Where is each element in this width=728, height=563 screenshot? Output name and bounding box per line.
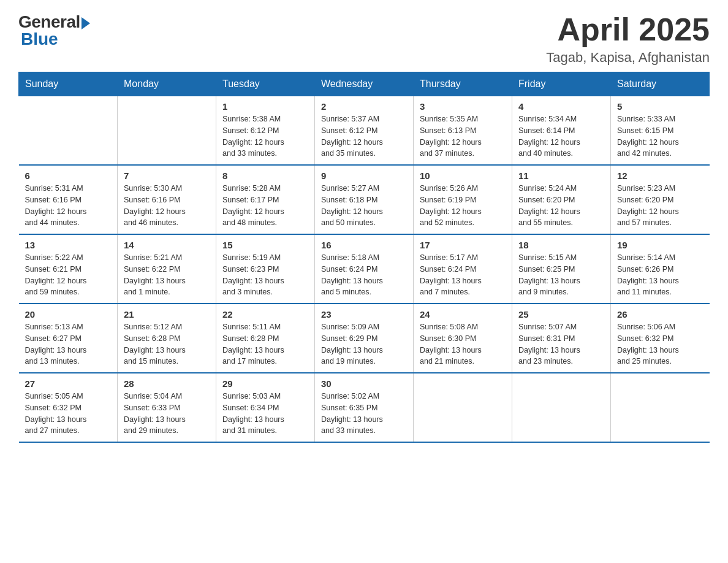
day-detail: Sunrise: 5:02 AMSunset: 6:35 PMDaylight:… [321,391,407,437]
day-number: 25 [518,309,604,320]
day-number: 17 [420,240,506,250]
day-detail: Sunrise: 5:19 AMSunset: 6:23 PMDaylight:… [222,252,308,298]
day-detail: Sunrise: 5:05 AMSunset: 6:32 PMDaylight:… [25,391,112,437]
week-row-5: 27Sunrise: 5:05 AMSunset: 6:32 PMDayligh… [19,373,710,442]
week-row-3: 13Sunrise: 5:22 AMSunset: 6:21 PMDayligh… [19,234,710,304]
day-detail: Sunrise: 5:23 AMSunset: 6:20 PMDaylight:… [617,183,703,229]
day-number: 1 [222,101,308,112]
calendar-cell: 19Sunrise: 5:14 AMSunset: 6:26 PMDayligh… [611,234,710,304]
calendar-cell: 7Sunrise: 5:30 AMSunset: 6:16 PMDaylight… [118,165,216,234]
day-number: 12 [617,170,703,181]
title-block: April 2025 Tagab, Kapisa, Afghanistan [546,12,710,66]
month-title: April 2025 [546,12,710,47]
calendar-body: 1Sunrise: 5:38 AMSunset: 6:12 PMDaylight… [19,96,710,443]
calendar-cell: 26Sunrise: 5:06 AMSunset: 6:32 PMDayligh… [611,304,710,373]
calendar-cell: 20Sunrise: 5:13 AMSunset: 6:27 PMDayligh… [19,304,118,373]
day-detail: Sunrise: 5:31 AMSunset: 6:16 PMDaylight:… [25,183,112,229]
calendar-cell: 23Sunrise: 5:09 AMSunset: 6:29 PMDayligh… [315,304,414,373]
calendar-cell [19,96,118,166]
day-number: 28 [124,378,210,389]
logo-blue-text: Blue [21,29,58,49]
header-friday: Friday [512,72,611,96]
day-detail: Sunrise: 5:17 AMSunset: 6:24 PMDaylight:… [420,252,506,298]
day-number: 19 [617,240,703,250]
calendar-cell: 4Sunrise: 5:34 AMSunset: 6:14 PMDaylight… [512,96,611,166]
day-detail: Sunrise: 5:37 AMSunset: 6:12 PMDaylight:… [321,113,407,159]
day-number: 11 [518,170,604,181]
day-number: 22 [222,309,308,320]
day-number: 20 [25,309,112,320]
header-monday: Monday [118,72,216,96]
day-number: 10 [420,170,506,181]
day-number: 9 [321,170,407,181]
calendar-cell [414,373,512,442]
week-row-1: 1Sunrise: 5:38 AMSunset: 6:12 PMDaylight… [19,96,710,166]
calendar-cell: 12Sunrise: 5:23 AMSunset: 6:20 PMDayligh… [611,165,710,234]
day-number: 7 [124,170,210,181]
calendar-cell: 29Sunrise: 5:03 AMSunset: 6:34 PMDayligh… [216,373,315,442]
header-tuesday: Tuesday [216,72,315,96]
day-number: 29 [222,378,308,389]
day-number: 27 [25,378,112,389]
calendar-cell: 8Sunrise: 5:28 AMSunset: 6:17 PMDaylight… [216,165,315,234]
week-row-2: 6Sunrise: 5:31 AMSunset: 6:16 PMDaylight… [19,165,710,234]
header-wednesday: Wednesday [315,72,414,96]
day-number: 15 [222,240,308,250]
day-detail: Sunrise: 5:15 AMSunset: 6:25 PMDaylight:… [518,252,604,298]
calendar-header: SundayMondayTuesdayWednesdayThursdayFrid… [19,72,710,96]
calendar-cell: 9Sunrise: 5:27 AMSunset: 6:18 PMDaylight… [315,165,414,234]
week-row-4: 20Sunrise: 5:13 AMSunset: 6:27 PMDayligh… [19,304,710,373]
day-detail: Sunrise: 5:22 AMSunset: 6:21 PMDaylight:… [25,252,112,298]
day-number: 8 [222,170,308,181]
page-header: General Blue April 2025 Tagab, Kapisa, A… [18,12,710,66]
day-detail: Sunrise: 5:04 AMSunset: 6:33 PMDaylight:… [124,391,210,437]
day-detail: Sunrise: 5:30 AMSunset: 6:16 PMDaylight:… [124,183,210,229]
header-thursday: Thursday [414,72,512,96]
day-detail: Sunrise: 5:11 AMSunset: 6:28 PMDaylight:… [222,321,308,367]
calendar-table: SundayMondayTuesdayWednesdayThursdayFrid… [18,72,710,443]
calendar-cell: 18Sunrise: 5:15 AMSunset: 6:25 PMDayligh… [512,234,611,304]
day-number: 30 [321,378,407,389]
calendar-cell: 22Sunrise: 5:11 AMSunset: 6:28 PMDayligh… [216,304,315,373]
logo-arrow-icon [82,17,90,29]
calendar-cell: 28Sunrise: 5:04 AMSunset: 6:33 PMDayligh… [118,373,216,442]
header-row: SundayMondayTuesdayWednesdayThursdayFrid… [19,72,710,96]
day-detail: Sunrise: 5:27 AMSunset: 6:18 PMDaylight:… [321,183,407,229]
location-title: Tagab, Kapisa, Afghanistan [546,50,710,66]
day-detail: Sunrise: 5:12 AMSunset: 6:28 PMDaylight:… [124,321,210,367]
day-detail: Sunrise: 5:35 AMSunset: 6:13 PMDaylight:… [420,113,506,159]
calendar-cell: 27Sunrise: 5:05 AMSunset: 6:32 PMDayligh… [19,373,118,442]
day-detail: Sunrise: 5:08 AMSunset: 6:30 PMDaylight:… [420,321,506,367]
calendar-cell: 13Sunrise: 5:22 AMSunset: 6:21 PMDayligh… [19,234,118,304]
calendar-cell: 17Sunrise: 5:17 AMSunset: 6:24 PMDayligh… [414,234,512,304]
day-detail: Sunrise: 5:21 AMSunset: 6:22 PMDaylight:… [124,252,210,298]
calendar-cell: 5Sunrise: 5:33 AMSunset: 6:15 PMDaylight… [611,96,710,166]
day-number: 5 [617,101,703,112]
day-number: 3 [420,101,506,112]
calendar-cell: 10Sunrise: 5:26 AMSunset: 6:19 PMDayligh… [414,165,512,234]
day-detail: Sunrise: 5:03 AMSunset: 6:34 PMDaylight:… [222,391,308,437]
calendar-cell: 11Sunrise: 5:24 AMSunset: 6:20 PMDayligh… [512,165,611,234]
day-detail: Sunrise: 5:24 AMSunset: 6:20 PMDaylight:… [518,183,604,229]
day-number: 16 [321,240,407,250]
header-saturday: Saturday [611,72,710,96]
day-number: 14 [124,240,210,250]
day-detail: Sunrise: 5:07 AMSunset: 6:31 PMDaylight:… [518,321,604,367]
calendar-cell [512,373,611,442]
day-detail: Sunrise: 5:38 AMSunset: 6:12 PMDaylight:… [222,113,308,159]
day-detail: Sunrise: 5:33 AMSunset: 6:15 PMDaylight:… [617,113,703,159]
calendar-cell: 3Sunrise: 5:35 AMSunset: 6:13 PMDaylight… [414,96,512,166]
day-detail: Sunrise: 5:06 AMSunset: 6:32 PMDaylight:… [617,321,703,367]
day-number: 23 [321,309,407,320]
day-number: 13 [25,240,112,250]
calendar-cell: 1Sunrise: 5:38 AMSunset: 6:12 PMDaylight… [216,96,315,166]
day-number: 6 [25,170,112,181]
day-number: 4 [518,101,604,112]
calendar-cell: 25Sunrise: 5:07 AMSunset: 6:31 PMDayligh… [512,304,611,373]
calendar-cell: 14Sunrise: 5:21 AMSunset: 6:22 PMDayligh… [118,234,216,304]
calendar-cell [611,373,710,442]
calendar-cell: 6Sunrise: 5:31 AMSunset: 6:16 PMDaylight… [19,165,118,234]
day-detail: Sunrise: 5:34 AMSunset: 6:14 PMDaylight:… [518,113,604,159]
calendar-cell: 30Sunrise: 5:02 AMSunset: 6:35 PMDayligh… [315,373,414,442]
day-number: 21 [124,309,210,320]
